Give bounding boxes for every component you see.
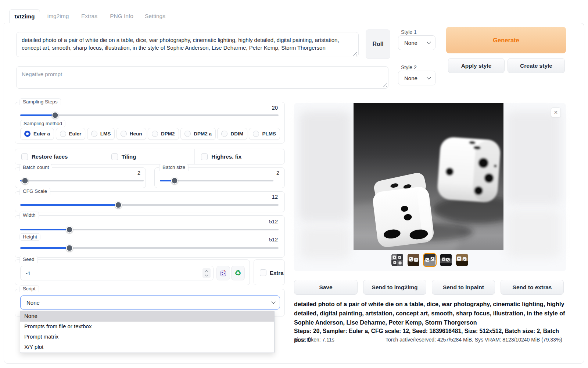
slider-knob[interactable] <box>51 112 58 119</box>
radio-label: DPM2 a <box>194 131 212 137</box>
prompt-input[interactable]: detailed photo of a pair of white die on… <box>16 32 359 57</box>
tiling-toggle[interactable]: Tiling <box>105 149 195 164</box>
restore-faces-toggle[interactable]: Restore faces <box>15 149 105 164</box>
radio-plms[interactable]: PLMS <box>249 128 280 140</box>
radio-heun[interactable]: Heun <box>116 128 146 140</box>
radio-label: Euler <box>69 131 82 137</box>
script-value: None <box>26 300 40 306</box>
height-slider[interactable] <box>20 247 279 249</box>
script-option-none[interactable]: None <box>20 311 274 322</box>
highres-fix-toggle[interactable]: Highres. fix <box>194 149 284 164</box>
radio-icon <box>253 131 259 137</box>
tab-txt2img-label: txt2img <box>14 13 35 20</box>
checkbox-icon[interactable] <box>111 153 118 160</box>
send-extras-label: Send to extras <box>513 284 552 291</box>
thumbnail-1[interactable] <box>391 253 404 267</box>
thumbnail-strip <box>391 253 469 267</box>
slider-knob[interactable] <box>66 245 73 252</box>
style2-select[interactable]: None <box>398 71 435 85</box>
slider-knob[interactable] <box>22 177 29 184</box>
script-option-prompts-from-file[interactable]: Prompts from file or textbox <box>20 322 274 332</box>
generate-button[interactable]: Generate <box>446 27 566 53</box>
tab-extras-label: Extras <box>81 13 97 20</box>
random-seed-button[interactable] <box>216 266 230 280</box>
create-style-label: Create style <box>520 63 552 69</box>
thumbnail-3-selected[interactable] <box>423 253 437 267</box>
create-style-button[interactable]: Create style <box>508 58 565 73</box>
send-to-inpaint-button[interactable]: Send to inpaint <box>432 280 495 295</box>
thumbnail-4[interactable] <box>439 253 453 267</box>
output-footer: Time taken: 7.11s Torch active/reserved:… <box>294 337 566 343</box>
slider-knob[interactable] <box>115 202 122 209</box>
stepper-down-icon[interactable] <box>205 273 208 276</box>
tab-img2img[interactable]: img2img <box>43 9 73 23</box>
radio-euler-a[interactable]: Euler a <box>20 128 54 140</box>
batch-count-value: 2 <box>137 170 140 176</box>
batch-size-slider[interactable] <box>160 180 273 181</box>
reuse-seed-button[interactable]: ♻ <box>231 266 245 280</box>
batch-count-card: Batch count 2 <box>15 167 146 188</box>
apply-style-button[interactable]: Apply style <box>448 58 505 73</box>
dimensions-card: Width 512 Height 512 <box>15 215 285 258</box>
slider-fill <box>20 204 118 206</box>
slider-knob[interactable] <box>171 177 178 184</box>
radio-icon <box>91 131 97 137</box>
cfg-scale-label: CFG Scale <box>19 188 50 195</box>
style2-value: None <box>404 75 417 81</box>
send-to-img2img-button[interactable]: Send to img2img <box>363 280 426 295</box>
slider-fill <box>20 114 55 116</box>
close-icon[interactable]: × <box>551 107 561 117</box>
sampling-card: Sampling Steps 20 Sampling method Euler … <box>15 102 285 144</box>
radio-icon <box>184 131 191 137</box>
script-select[interactable]: None <box>20 296 280 309</box>
width-label: Width <box>19 212 39 219</box>
prompt-wrapper: detailed photo of a pair of white die on… <box>16 32 359 57</box>
checkbox-icon[interactable] <box>201 153 208 160</box>
blurred-image <box>506 111 561 205</box>
checkbox-icon[interactable] <box>260 269 266 276</box>
radio-dpm2[interactable]: DPM2 <box>148 128 179 140</box>
seed-stepper[interactable] <box>202 268 211 278</box>
blurred-image <box>506 210 560 258</box>
thumbnail-5[interactable] <box>455 253 469 267</box>
save-button[interactable]: Save <box>294 280 358 295</box>
roll-button[interactable]: Roll <box>366 29 390 59</box>
width-slider[interactable] <box>20 229 279 230</box>
radio-label: DPM2 <box>161 131 175 137</box>
radio-label: Euler a <box>33 131 50 137</box>
extra-toggle[interactable]: Extra <box>260 269 284 276</box>
style1-select[interactable]: None <box>398 35 435 50</box>
restore-faces-label: Restore faces <box>32 153 68 160</box>
cfg-scale-value: 12 <box>272 194 278 200</box>
negative-prompt-input[interactable] <box>16 66 388 89</box>
send-to-extras-button[interactable]: Send to extras <box>501 280 564 295</box>
radio-lms[interactable]: LMS <box>87 128 115 140</box>
seed-label: Seed <box>19 256 38 263</box>
radio-euler[interactable]: Euler <box>56 128 86 140</box>
radio-dpm2-a[interactable]: DPM2 a <box>180 128 216 140</box>
batch-size-label: Batch size <box>159 164 189 171</box>
tab-extras[interactable]: Extras <box>76 9 102 23</box>
tab-img2img-label: img2img <box>47 13 69 20</box>
thumbnail-2[interactable] <box>407 253 420 267</box>
batch-size-value: 2 <box>276 170 279 176</box>
tab-settings[interactable]: Settings <box>141 9 169 23</box>
seed-input[interactable] <box>20 266 214 280</box>
cfg-scale-slider[interactable] <box>20 204 279 206</box>
toggles-row: Restore faces Tiling Highres. fix <box>15 149 285 164</box>
stepper-up-icon[interactable] <box>205 270 208 273</box>
slider-knob[interactable] <box>66 226 73 233</box>
checkbox-icon[interactable] <box>21 153 28 160</box>
radio-icon <box>221 131 227 137</box>
generated-image[interactable] <box>354 103 503 250</box>
tab-png-info[interactable]: PNG Info <box>107 9 137 23</box>
sampling-steps-value: 20 <box>272 105 278 111</box>
radio-ddim[interactable]: DDIM <box>217 128 247 140</box>
sampling-steps-slider[interactable] <box>20 114 279 116</box>
dice-photo <box>354 103 503 250</box>
script-option-prompt-matrix[interactable]: Prompt matrix <box>20 332 274 342</box>
script-option-xy-plot[interactable]: X/Y plot <box>20 342 274 353</box>
vram-stats-text: Torch active/reserved: 4257/5284 MiB, Sy… <box>386 337 562 343</box>
batch-count-slider[interactable] <box>20 180 144 181</box>
tab-txt2img[interactable]: txt2img <box>9 9 40 23</box>
